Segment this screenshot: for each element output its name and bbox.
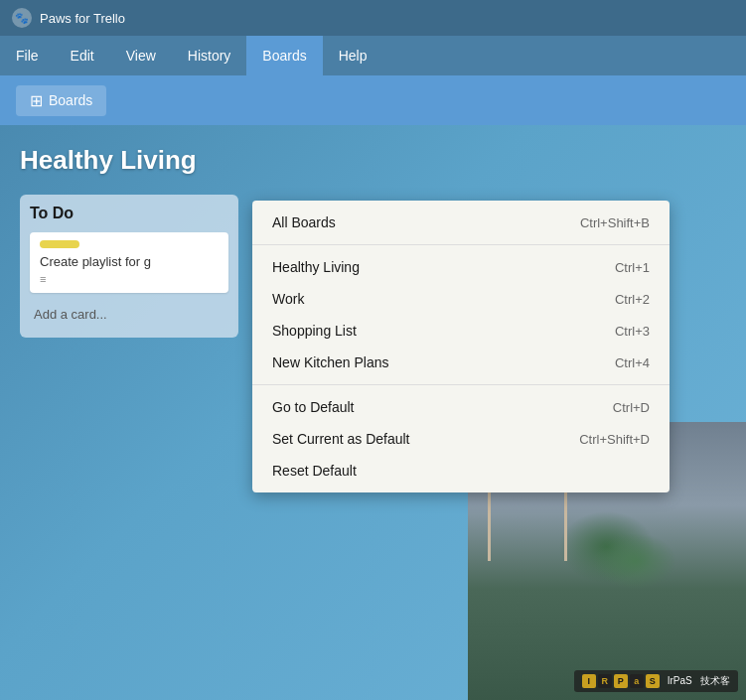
menu-history[interactable]: History xyxy=(172,36,247,75)
healthy-living-shortcut: Ctrl+1 xyxy=(615,260,650,275)
boards-dropdown: All Boards Ctrl+Shift+B Healthy Living C… xyxy=(252,201,670,492)
dropdown-set-current-as-default[interactable]: Set Current as Default Ctrl+Shift+D xyxy=(252,423,670,455)
wm-a: a xyxy=(630,674,644,688)
work-label: Work xyxy=(272,291,304,307)
go-to-default-label: Go to Default xyxy=(272,399,355,415)
all-boards-label: All Boards xyxy=(272,214,336,230)
menu-edit[interactable]: Edit xyxy=(55,36,110,75)
separator-2 xyxy=(252,384,670,385)
wm-R: R xyxy=(598,674,612,688)
watermark-text: IrPaS 技术客 xyxy=(668,674,730,688)
dropdown-healthy-living[interactable]: Healthy Living Ctrl+1 xyxy=(252,251,670,283)
app-icon: 🐾 xyxy=(12,8,32,28)
dropdown-go-to-default[interactable]: Go to Default Ctrl+D xyxy=(252,391,670,423)
app-title: Paws for Trello xyxy=(40,11,125,26)
wm-I: I xyxy=(582,674,596,688)
watermark: I R P a S IrPaS 技术客 xyxy=(574,670,738,692)
all-boards-shortcut: Ctrl+Shift+B xyxy=(580,215,650,230)
dropdown-reset-default[interactable]: Reset Default xyxy=(252,455,670,487)
set-current-label: Set Current as Default xyxy=(272,431,410,447)
new-kitchen-plans-label: New Kitchen Plans xyxy=(272,354,389,370)
menu-file[interactable]: File xyxy=(0,36,55,75)
shopping-list-shortcut: Ctrl+3 xyxy=(615,324,650,339)
card-label xyxy=(40,240,79,248)
wm-S: S xyxy=(646,674,660,688)
dropdown-shopping-list[interactable]: Shopping List Ctrl+3 xyxy=(252,315,670,347)
dropdown-new-kitchen-plans[interactable]: New Kitchen Plans Ctrl+4 xyxy=(252,347,670,378)
menu-view[interactable]: View xyxy=(110,36,172,75)
new-kitchen-plans-shortcut: Ctrl+4 xyxy=(615,355,650,370)
reset-default-label: Reset Default xyxy=(272,463,357,479)
menu-help[interactable]: Help xyxy=(323,36,383,75)
go-to-default-shortcut: Ctrl+D xyxy=(613,400,650,415)
main-content: Healthy Living To Do Create playlist for… xyxy=(0,125,746,700)
boards-toolbar-icon: ⊞ xyxy=(30,91,43,110)
dropdown-work[interactable]: Work Ctrl+2 xyxy=(252,283,670,315)
toolbar: ⊞ Boards xyxy=(0,75,746,125)
boards-toolbar-label: Boards xyxy=(49,92,92,108)
card-description-icon: ≡ xyxy=(40,273,219,285)
boards-toolbar-button[interactable]: ⊞ Boards xyxy=(16,85,106,116)
menu-bar: File Edit View History Boards Help xyxy=(0,36,746,75)
todo-card[interactable]: Create playlist for g ≡ xyxy=(30,232,228,293)
board-title: Healthy Living xyxy=(20,145,197,176)
set-current-shortcut: Ctrl+Shift+D xyxy=(579,432,650,447)
todo-list-title: To Do xyxy=(30,205,228,222)
add-card-button[interactable]: Add a card... xyxy=(30,301,228,328)
work-shortcut: Ctrl+2 xyxy=(615,292,650,307)
card-text: Create playlist for g xyxy=(40,254,219,269)
dropdown-all-boards[interactable]: All Boards Ctrl+Shift+B xyxy=(252,207,670,238)
separator-1 xyxy=(252,244,670,245)
menu-boards[interactable]: Boards xyxy=(246,36,322,75)
healthy-living-label: Healthy Living xyxy=(272,259,360,275)
watermark-letters: I R P a S xyxy=(582,674,660,688)
todo-list: To Do Create playlist for g ≡ Add a card… xyxy=(20,195,238,338)
wm-P: P xyxy=(614,674,628,688)
shopping-list-label: Shopping List xyxy=(272,323,357,339)
title-bar: 🐾 Paws for Trello xyxy=(0,0,746,36)
